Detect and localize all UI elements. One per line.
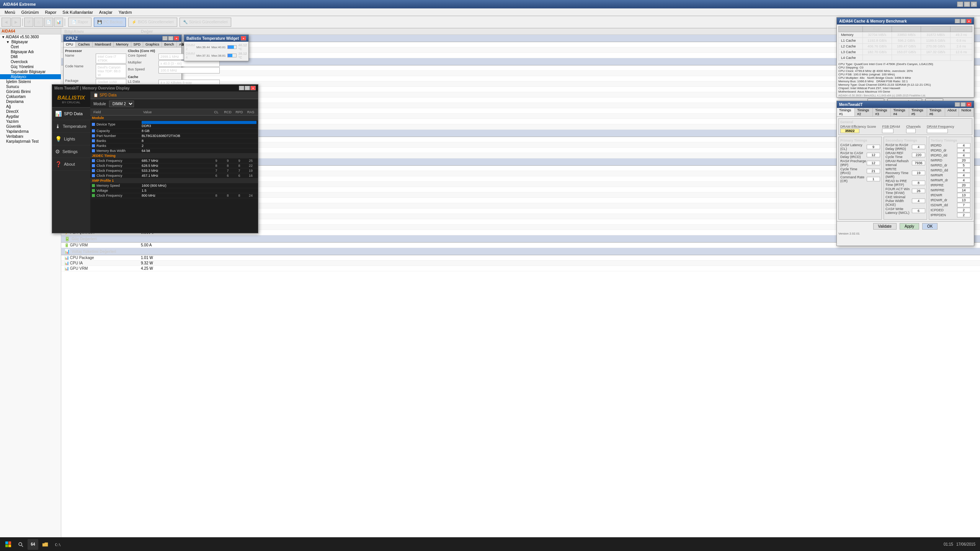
ballistix-temp-close[interactable]: × (241, 36, 246, 41)
back-button[interactable]: ◀ (2, 18, 11, 27)
tab-pcbackup[interactable]: 💾 PC Backup (94, 18, 126, 27)
spd-module-label: Module (93, 102, 106, 106)
sidebar-item-ozet[interactable]: Özet (0, 44, 61, 49)
xmp-ras-2: 24 (245, 194, 256, 197)
mod-close[interactable]: × (250, 86, 256, 90)
chart-button[interactable]: 📊 (54, 18, 63, 27)
tab-surucu-label: Sürücü Güncellemeleri (189, 20, 228, 24)
dimm4-bar (228, 54, 233, 57)
xmp-val-2: 800 MHz (142, 194, 211, 197)
main-window: AIDA64 Extreme _ □ × Menü Görünüm Rapor … (0, 0, 490, 276)
dimm2-bar (228, 46, 234, 49)
cpuz-multiplier-label: Multiplier (128, 60, 158, 67)
ballistix-temp-buttons: × (241, 36, 246, 41)
tab-bios-icon: ⚡ (132, 20, 136, 24)
menu-araclar[interactable]: Araçlar (96, 9, 116, 15)
power-icon: 🔋 (64, 236, 70, 241)
sidebar-item-dmi[interactable]: DMI (0, 54, 61, 59)
menu-sik[interactable]: Sık Kullanılanlar (59, 9, 96, 15)
mod-maximize[interactable]: □ (245, 86, 250, 90)
mod-nav-temp-label: Temperature (63, 124, 87, 129)
dimm2-row: DIMM 2 Min:39.44 Max:40.81 40.12 °C (186, 43, 247, 51)
sidebar-item-algilayici[interactable]: Algılayıcı (0, 74, 61, 79)
mod-logo-text: BALLISTIX (55, 95, 87, 101)
jedec-field-0: Clock Frequency (92, 159, 142, 163)
section-voltaj-title: Voltaj Tüketimi Değerleri (72, 249, 116, 254)
jedec-cl-2: 7 (211, 169, 222, 173)
mod-nav-lights[interactable]: 💡 Lights (52, 133, 90, 145)
menu-yardim[interactable]: Yardım (116, 9, 135, 15)
spd-th-cl: CL (211, 110, 222, 114)
tab-bios[interactable]: ⚡ BIOS Güncellemeleri (128, 18, 177, 27)
xmp-field-1: Voltage (92, 189, 142, 192)
menu-rapor[interactable]: Rapor (42, 9, 59, 15)
cpuz-tabs: CPU Caches Mainboard Memory SPD Graphics… (64, 42, 181, 47)
cpuz-tab-graphics[interactable]: Graphics (143, 42, 162, 47)
forward-button[interactable]: ▶ (11, 18, 21, 27)
mod-minimize[interactable]: _ (239, 86, 244, 90)
section-power: 🔋 Güç Değerleri (61, 235, 490, 243)
home-button[interactable]: ⌂ (34, 18, 43, 27)
ballistix-temp-window: Ballistix Temperature Widget × DIMM 2 Mi… (184, 34, 249, 61)
menu-bar: Menü Görünüm Rapor Sık Kullanılanlar Ara… (0, 8, 490, 16)
section-voltaj-tuketim: 📊 Voltaj Tüketimi Değerleri (61, 248, 490, 255)
report-button[interactable]: 📄 (44, 18, 53, 27)
mod-nav-temp[interactable]: 🌡 Temperature (52, 120, 90, 133)
cpuz-codename-row: Code Name Devil's Canyon Max TDP: 88.0 W (65, 64, 126, 78)
sidebar-item-bilgisayar[interactable]: ▼ Bilgisayar (0, 39, 61, 44)
mod-nav-spd[interactable]: 📊 SPD Data (52, 108, 90, 120)
spd-table-body: Module Device Type DDR3 (90, 116, 258, 233)
mod-window: Mem TweakIT | Memory Overview Display _ … (52, 84, 258, 233)
tab-surucu[interactable]: 🔧 Sürücü Güncellemeleri (180, 18, 231, 27)
dimm4-bar-container (227, 54, 237, 57)
cpuz-tab-mainboard[interactable]: Mainboard (93, 42, 114, 47)
ballistix-temp-title: Ballistix Temperature Widget × (184, 35, 248, 42)
tab-pcbackup-label: PC Backup (103, 20, 122, 24)
sidebar-item-bilgisayarad[interactable]: Bilgisayar Adı (0, 49, 61, 54)
tab-rapor[interactable]: 📄 Rapor (68, 18, 91, 27)
mod-nav-about[interactable]: ❓ About (52, 158, 90, 171)
sidebar-item-guc[interactable]: Güç Yönetimi (0, 64, 61, 69)
cpuz-tab-cpu[interactable]: CPU (64, 42, 76, 47)
cpuz-codename-label: Code Name (65, 64, 96, 78)
jedec-rpd-2: 7 (234, 169, 245, 173)
voltaj-rows-container: 📊 CPU Package1.01 W📊 CPU IA9.32 W📊 GPU V… (61, 255, 490, 271)
voltaj-icon: 📊 (64, 249, 70, 254)
menu-menu[interactable]: Menü (2, 9, 18, 15)
spd-icon: 📊 (55, 111, 62, 117)
cpuz-close[interactable]: × (174, 36, 179, 41)
bilgisayar-expand-icon: ▼ (6, 40, 10, 44)
cpuz-processor-label: Processor (65, 49, 126, 53)
refresh-button[interactable]: ↺ (24, 18, 33, 27)
voltaj-row-0: 📊 CPU Package1.01 W (61, 255, 490, 261)
mod-nav-spd-label: SPD Data (64, 111, 83, 116)
menu-gorunum[interactable]: Görünüm (18, 9, 42, 15)
cpuz-maximize[interactable]: □ (168, 36, 173, 41)
cpuz-tab-caches[interactable]: Caches (76, 42, 93, 47)
header-col2: Değer (141, 29, 490, 34)
dimm4-min: Min:37.31 (196, 54, 210, 57)
cpuz-title-buttons: _ □ × (162, 36, 179, 41)
tab-rapor-label: Rapor (78, 20, 88, 24)
cpuz-tab-memory[interactable]: Memory (114, 42, 131, 47)
spd-jedec-section: JEDEC Timing (90, 153, 258, 158)
sidebar-item-tasınabilir[interactable]: Taşınabilir Bilgisayar (0, 69, 61, 74)
sidebar-item-isletim[interactable]: İşletim Sistemi (0, 79, 61, 84)
mod-nav-settings[interactable]: ⚙ Settings (52, 145, 90, 158)
sidebar-item-root[interactable]: ▼ AIDA64 v5.50.3600 (0, 34, 61, 39)
expand-icon: ▼ (2, 35, 5, 39)
cpuz-minimize[interactable]: _ (162, 36, 168, 41)
xmp-row-1: Voltage 1.5 (90, 188, 258, 193)
cpuz-tab-bench[interactable]: Bench (162, 42, 177, 47)
sidebar-item-overclock[interactable]: Overclock (0, 59, 61, 64)
power-value-0: 5.00 A (141, 243, 490, 247)
cpuz-busspeed-value: 100.0 MHz (158, 67, 220, 73)
voltaj-value-0: 1.01 W (141, 256, 490, 260)
xmp-cl-2: 8 (211, 194, 222, 197)
spd-module-label-cell: Module (92, 116, 142, 120)
about-icon: ❓ (55, 161, 62, 167)
jedec-rcd-2: 7 (222, 169, 234, 173)
spd-module-select[interactable]: DIMM 1 DIMM 2 DIMM 3 DIMM 4 (109, 101, 134, 107)
dimm4-label: DIMM 4 (186, 52, 195, 59)
cpuz-tab-spd[interactable]: SPD (131, 42, 144, 47)
